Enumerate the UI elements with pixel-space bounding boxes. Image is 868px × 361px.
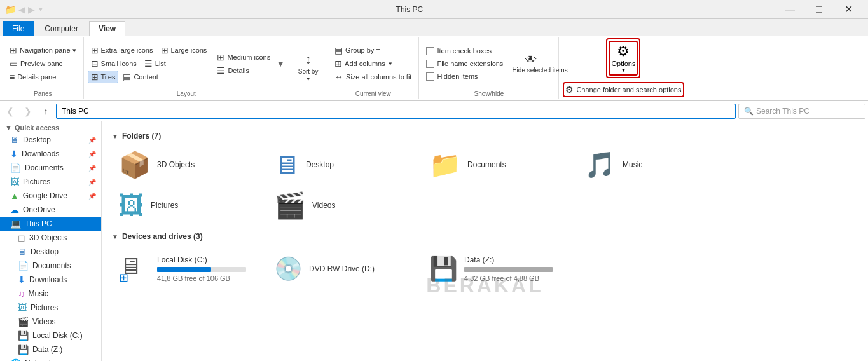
pictures-icon: 🖼 [10, 177, 19, 187]
sidebar-item-videos-pc[interactable]: 🎬 Videos [0, 315, 101, 329]
music-pc-icon: ♫ [18, 289, 25, 299]
details-pane-button[interactable]: ≡ Details pane [6, 71, 79, 83]
pin-icon: 📌 [88, 137, 96, 144]
sidebar-item-onedrive[interactable]: ☁ OneDrive [0, 203, 101, 217]
sidebar-item-documents-pc[interactable]: 📄 Documents [0, 259, 101, 273]
options-button[interactable]: ⚙ Options ▼ [609, 41, 638, 76]
item-check-boxes-toggle[interactable]: Item check boxes [423, 45, 506, 57]
minimize-button[interactable]: — [775, 0, 804, 19]
show-hide-content: Item check boxes File name extensions Hi… [423, 38, 555, 89]
ribbon-group-panes: ⊞ Navigation pane ▾ ▭ Preview pane ≡ Det… [3, 37, 84, 99]
pin-icon-4: 📌 [88, 179, 96, 186]
navigation-pane-button[interactable]: ⊞ Navigation pane ▾ [6, 44, 79, 57]
tab-file[interactable]: File [3, 21, 34, 36]
googledrive-icon: ▲ [10, 191, 19, 201]
folders-section-header[interactable]: ▼ Folders (7) [112, 132, 858, 140]
details-icon: ≡ [10, 72, 15, 82]
extra-large-icons-button[interactable]: ⊞ Extra large icons [88, 44, 156, 57]
sidebar-item-network[interactable]: 🌐 Network [0, 357, 101, 361]
tab-view[interactable]: View [89, 21, 125, 36]
drives-grid: 🖥 ⊞ Local Disk (C:) 41,8 GB free of 106 … [112, 246, 858, 292]
item-check-box-icon [426, 47, 434, 55]
details-layout-icon: ☰ [217, 65, 225, 76]
3d-objects-icon: ◻ [18, 233, 25, 243]
address-this-pc: This PC [62, 107, 89, 116]
tiles-icon: ⊞ [91, 72, 99, 82]
sidebar-item-downloads[interactable]: ⬇ Downloads 📌 [0, 147, 101, 161]
sidebar-item-googledrive[interactable]: ▲ Google Drive 📌 [0, 189, 101, 203]
ribbon-group-show-hide: Item check boxes File name extensions Hi… [419, 37, 559, 99]
ribbon-group-current-view: ▤ Group by = ⊞ Add columns ▼ ↔ Size all … [327, 37, 419, 99]
dvd-icon: 💿 [274, 255, 303, 282]
back-button[interactable]: ❮ [3, 104, 18, 119]
pin-icon-3: 📌 [88, 165, 96, 172]
sidebar-item-pictures[interactable]: 🖼 Pictures 📌 [0, 175, 101, 189]
sidebar-item-desktop[interactable]: 🖥 Desktop 📌 [0, 133, 101, 147]
hidden-items-toggle[interactable]: Hidden items [423, 71, 506, 83]
sidebar-item-downloads-pc[interactable]: ⬇ Downloads [0, 273, 101, 287]
sidebar-item-data-z[interactable]: 💾 Data (Z:) [0, 343, 101, 357]
local-disk-c-icon-wrap: 🖥 ⊞ [119, 253, 151, 285]
forward-button[interactable]: ❯ [20, 104, 36, 119]
pictures-tile-icon: 🖼 [119, 193, 144, 218]
sidebar-item-documents[interactable]: 📄 Documents 📌 [0, 161, 101, 175]
sidebar-item-music-pc[interactable]: ♫ Music [0, 287, 101, 301]
preview-icon: ▭ [10, 58, 18, 69]
list-button[interactable]: ☰ List [141, 57, 169, 70]
folder-music[interactable]: 🎵 Music [577, 146, 730, 184]
folders-chevron: ▼ [112, 133, 118, 140]
file-name-extensions-toggle[interactable]: File name extensions [423, 58, 506, 70]
folder-desktop[interactable]: 🖥 Desktop [267, 146, 420, 184]
small-icons-button[interactable]: ⊟ Small icons [88, 57, 140, 70]
sort-by-button[interactable]: ↕ Sort by ▼ [294, 50, 322, 84]
folder-videos[interactable]: 🎬 Videos [267, 186, 420, 224]
tab-computer[interactable]: Computer [35, 21, 88, 36]
large-icons-button[interactable]: ⊞ Large icons [158, 44, 210, 57]
sidebar-item-desktop-pc[interactable]: 🖥 Desktop [0, 245, 101, 259]
sidebar-item-3d-objects[interactable]: ◻ 3D Objects [0, 231, 101, 245]
folder-documents[interactable]: 📁 Documents [422, 146, 575, 184]
drive-dvd[interactable]: 💿 DVD RW Drive (D:) [267, 246, 420, 292]
drive-local-disk-c[interactable]: 🖥 ⊞ Local Disk (C:) 41,8 GB free of 106 … [112, 246, 265, 292]
close-button[interactable]: ✕ [834, 0, 863, 19]
details-layout-button[interactable]: ☰ Details [214, 64, 273, 77]
content-icon: ▤ [123, 72, 131, 82]
preview-pane-button[interactable]: ▭ Preview pane [6, 57, 79, 70]
documents-pc-icon: 📄 [18, 261, 29, 271]
desktop-tile-icon: 🖥 [274, 152, 300, 177]
search-bar[interactable]: 🔍 Search This PC [738, 104, 865, 119]
maximize-button[interactable]: □ [804, 0, 834, 19]
sidebar-item-this-pc[interactable]: 💻 This PC [0, 217, 101, 231]
hidden-items-check-box-icon [426, 72, 434, 81]
drives-section-header[interactable]: ▼ Devices and drives (3) [112, 232, 858, 241]
window-controls: — □ ✕ [775, 0, 863, 19]
sidebar: ▼ Quick access 🖥 Desktop 📌 ⬇ Downloads 📌… [0, 121, 102, 361]
sidebar-item-pictures-pc[interactable]: 🖼 Pictures [0, 301, 101, 315]
sidebar-item-local-disk[interactable]: 💾 Local Disk (C:) [0, 329, 101, 343]
tiles-button[interactable]: ⊞ Tiles [88, 71, 119, 83]
up-button[interactable]: ↑ [38, 104, 53, 119]
layout-expand-btn[interactable]: ▼ [276, 58, 285, 69]
add-columns-button[interactable]: ⊞ Add columns ▼ [331, 57, 415, 70]
data-z-icon: 💾 [18, 344, 29, 355]
hide-selected-items-button[interactable]: 👁 Hide selected items [507, 52, 555, 76]
extra-large-icon: ⊞ [91, 45, 99, 55]
ribbon-group-options: ⚙ Options ▼ ⚙ Change folder and search o… [559, 37, 687, 99]
size-all-columns-button[interactable]: ↔ Size all columns to fit [331, 71, 415, 83]
downloads-pc-icon: ⬇ [18, 275, 25, 285]
folder-pictures[interactable]: 🖼 Pictures [112, 186, 265, 224]
folder-3d-objects[interactable]: 📦 3D Objects [112, 146, 265, 184]
drive-data-z[interactable]: 💾 Data (Z:) 4,82 GB free of 4,88 GB [422, 246, 575, 292]
drive-z-bar-wrap [464, 267, 553, 272]
content-button[interactable]: ▤ Content [120, 71, 162, 83]
change-folder-button[interactable]: ⚙ Change folder and search options [563, 82, 684, 97]
medium-icons-button[interactable]: ⊞ Medium icons [214, 51, 273, 64]
documents-tile-icon: 📁 [429, 152, 461, 177]
music-tile-icon: 🎵 [584, 152, 616, 177]
sort-by-icon: ↕ [305, 52, 312, 67]
address-bar[interactable]: This PC [56, 104, 736, 119]
ribbon-tabs: File Computer View [0, 19, 868, 36]
group-by-button[interactable]: ▤ Group by = [331, 44, 415, 57]
ribbon-group-layout: ⊞ Extra large icons ⊞ Large icons ⊟ Smal… [84, 37, 290, 99]
size-all-icon: ↔ [334, 72, 343, 82]
